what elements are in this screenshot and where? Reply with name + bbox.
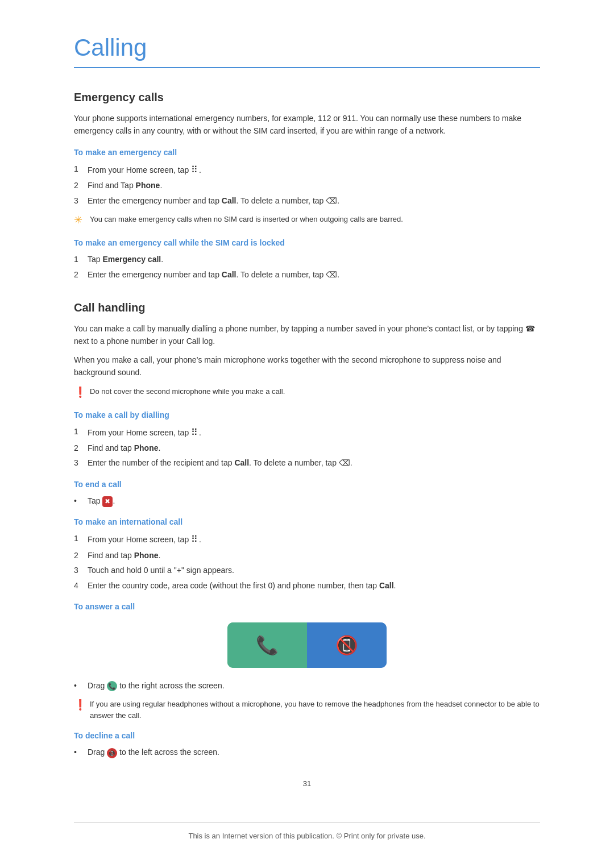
page-footer: This is an Internet version of this publ… (74, 822, 540, 840)
page-title: Calling (74, 34, 540, 68)
call-handling-intro2: When you make a call, your phone’s main … (74, 354, 540, 379)
call-handling-intro1: You can make a call by manually dialling… (74, 322, 540, 348)
page-number: 31 (74, 779, 540, 788)
answer-phone-icon: 📞 (256, 634, 279, 656)
answer-green-side: 📞 (227, 622, 307, 668)
make-emergency-call-heading: To make an emergency call (74, 148, 540, 157)
intl-step-3: 3 Touch and hold 0 until a "+" sign appe… (74, 564, 540, 576)
drag-icon: 📞 (107, 681, 117, 691)
emergency-call-steps: 1 From your Home screen, tap ⠿. 2 Find a… (74, 163, 540, 207)
dial-step-1: 1 From your Home screen, tap ⠿. (74, 425, 540, 440)
call-handling-heading: Call handling (74, 301, 540, 314)
step-3: 3 Enter the emergency number and tap Cal… (74, 194, 540, 207)
emergency-tip: ✳ You can make emergency calls when no S… (74, 214, 540, 228)
dial-step-3: 3 Enter the number of the recipient and … (74, 456, 540, 469)
headphones-note-text: If you are using regular headphones with… (90, 699, 540, 721)
answer-call-bullets: Drag 📞 to the right across the screen. (74, 679, 540, 692)
emergency-calls-heading: Emergency calls (74, 91, 540, 104)
emergency-tip-text: You can make emergency calls when no SIM… (90, 214, 403, 225)
emergency-calls-intro: Your phone supports international emerge… (74, 112, 540, 138)
sim-step-2: 2 Enter the emergency number and tap Cal… (74, 268, 540, 281)
sim-step-1: 1 Tap Emergency call. (74, 253, 540, 265)
intl-step-2: 2 Find and tap Phone. (74, 549, 540, 562)
decline-call-bullets: Drag 📵 to the left across the screen. (74, 746, 540, 758)
dialling-steps: 1 From your Home screen, tap ⠿. 2 Find a… (74, 425, 540, 470)
call-handling-section: Call handling You can make a call by man… (74, 301, 540, 759)
decline-phone-icon: 📵 (335, 634, 358, 656)
headphones-warning-icon: ❗ (74, 697, 90, 713)
international-call-heading: To make an international call (74, 517, 540, 526)
international-call-steps: 1 From your Home screen, tap ⠿. 2 Find a… (74, 532, 540, 592)
answer-call-image: 📞 📵 (227, 622, 387, 668)
emergency-sim-locked-heading: To make an emergency call while the SIM … (74, 238, 540, 247)
emergency-calls-section: Emergency calls Your phone supports inte… (74, 91, 540, 281)
warning-icon: ❗ (74, 385, 90, 400)
answer-call-heading: To answer a call (74, 602, 540, 611)
decline-drag-icon: 📵 (107, 748, 117, 758)
answer-call-item: Drag 📞 to the right across the screen. (74, 679, 540, 692)
step-1: 1 From your Home screen, tap ⠿. (74, 163, 540, 177)
end-call-icon: ✖ (102, 496, 113, 507)
decline-call-item: Drag 📵 to the left across the screen. (74, 746, 540, 758)
dial-step-2: 2 Find and tap Phone. (74, 442, 540, 454)
intl-step-4: 4 Enter the country code, area code (wit… (74, 579, 540, 592)
headphones-note: ❗ If you are using regular headphones wi… (74, 699, 540, 721)
dialling-heading: To make a call by dialling (74, 410, 540, 420)
microphone-warning: ❗ Do not cover the second microphone whi… (74, 386, 540, 400)
intl-step-1: 1 From your Home screen, tap ⠿. (74, 532, 540, 547)
decline-call-heading: To decline a call (74, 731, 540, 740)
decline-blue-side: 📵 (307, 622, 387, 668)
end-call-item: Tap ✖. (74, 495, 540, 507)
step-2: 2 Find and Tap Phone. (74, 179, 540, 192)
tip-icon: ✳ (74, 213, 90, 228)
warning-text: Do not cover the second microphone while… (90, 386, 285, 397)
end-call-bullet: Tap ✖. (74, 495, 540, 507)
end-call-heading: To end a call (74, 480, 540, 489)
emergency-sim-locked-steps: 1 Tap Emergency call. 2 Enter the emerge… (74, 253, 540, 281)
